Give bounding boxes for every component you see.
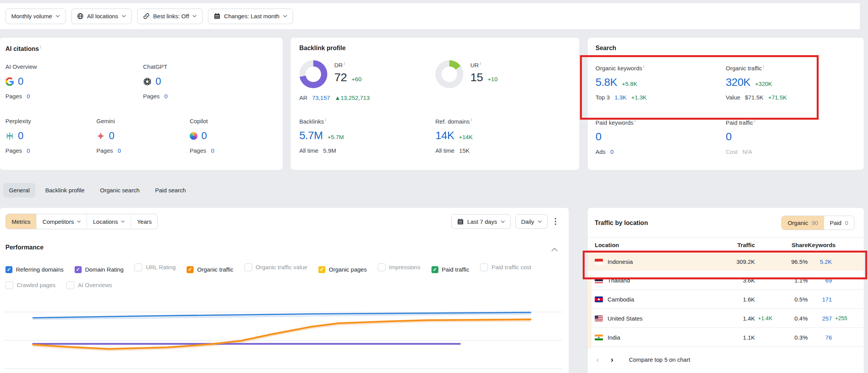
table-row-india[interactable]: India 1.1K 0.3% 76 (588, 328, 864, 347)
pages-link[interactable]: 0 (27, 147, 30, 154)
openai-icon (143, 77, 152, 86)
organic-keywords-value[interactable]: 5.8K (596, 76, 617, 88)
checkbox-referring-domains[interactable]: ✓Referring domains (5, 262, 64, 277)
more-options-kebab-icon[interactable] (552, 216, 559, 227)
perplexity-icon (5, 132, 14, 140)
changes-dropdown[interactable]: Changes: Last month (208, 9, 293, 24)
compare-top5-link[interactable]: Compare top 5 on chart (629, 356, 690, 363)
checkbox-organic-traffic-value[interactable]: Organic traffic value (245, 260, 307, 275)
tab-organic-search[interactable]: Organic search (94, 183, 145, 197)
organic-traffic-block: Organic traffici 320K +320K Value $71.5K… (726, 64, 787, 101)
ads-link[interactable]: 0 (610, 148, 613, 155)
filter-toolbar: Monthly volume All locations Best links:… (0, 3, 860, 29)
next-page-icon[interactable]: › (611, 355, 613, 364)
segment-years[interactable]: Years (131, 214, 157, 229)
collapse-chevron-icon[interactable] (551, 246, 558, 253)
tab-paid-search[interactable]: Paid search (149, 183, 192, 197)
tab-backlink-profile[interactable]: Backlink profile (39, 183, 90, 197)
top3-link[interactable]: 1.3K (615, 94, 627, 101)
keywords-link[interactable]: 76 (808, 334, 832, 341)
checkbox-organic-traffic[interactable]: ✓Organic traffic (187, 262, 233, 277)
seo-dashboard: Monthly volume All locations Best links:… (0, 0, 868, 373)
segment-competitors[interactable]: Competitors (36, 214, 87, 229)
performance-title: Performance (5, 244, 44, 251)
info-icon: i (643, 64, 644, 69)
table-row-united-states[interactable]: United States 1.4K+1.4K 0.4% 257 +255 (588, 309, 864, 328)
ar-value-link[interactable]: 73,157 (312, 94, 330, 101)
panel-traffic-by-location: Traffic by location Organic90 Paid0 Loca… (588, 208, 864, 373)
ai-citations-title: AI citationsi (5, 45, 41, 52)
gemini-count: 0 (109, 130, 114, 142)
toggle-organic[interactable]: Organic90 (782, 216, 824, 230)
previous-page-icon[interactable]: ‹ (596, 355, 599, 364)
ref-domains-value[interactable]: 14K (435, 129, 454, 141)
pages-link[interactable]: 0 (164, 93, 168, 99)
pages-link[interactable]: 0 (27, 93, 30, 99)
keywords-link[interactable]: 171 (808, 296, 832, 303)
globe-icon (77, 13, 84, 19)
keywords-link[interactable]: 257 (808, 315, 832, 322)
chevron-down-icon (122, 15, 126, 17)
ai-item-chatgpt: ChatGPT 0 Pages 0 (143, 63, 168, 99)
ai-item-ai-overview: AI Overview 0 Pages 0 (5, 63, 37, 99)
ai-item-gemini: Gemini 0 Pages 0 (96, 118, 121, 154)
ai-item-copilot: Copilot 0 Pages 0 (190, 118, 214, 154)
segment-metrics[interactable]: Metrics (6, 214, 36, 229)
link-icon (143, 13, 150, 19)
pages-link[interactable]: 0 (211, 147, 214, 154)
toggle-paid[interactable]: Paid0 (824, 216, 854, 230)
chevron-down-icon (538, 220, 542, 223)
ai-overview-count: 0 (18, 75, 23, 87)
copilot-count: 0 (201, 130, 207, 142)
chart-line-referring-domains (33, 312, 531, 318)
best-links-label: Best links: Off (153, 13, 189, 19)
checkbox-impressions[interactable]: Impressions (378, 260, 421, 275)
checkbox-paid-traffic-cost[interactable]: Paid traffic cost (480, 260, 531, 275)
row-highlight-strip (588, 275, 592, 349)
date-controls: Last 7 days Daily (451, 214, 559, 229)
keywords-link[interactable]: 5.2K (808, 258, 832, 265)
dr-delta: +60 (352, 76, 362, 82)
thailand-flag-icon (595, 277, 603, 283)
keywords-link[interactable]: 69 (808, 277, 832, 284)
chatgpt-count: 0 (155, 75, 161, 87)
granularity-dropdown[interactable]: Daily (515, 214, 548, 229)
best-links-dropdown[interactable]: Best links: Off (137, 9, 203, 24)
united-states-flag-icon (595, 315, 603, 321)
backlinks-delta: +5.7M (327, 134, 344, 140)
checkbox-paid-traffic[interactable]: ✓Paid traffic (431, 262, 470, 277)
ai-item-perplexity: Perplexity 0 Pages 0 (5, 118, 31, 154)
panel-performance: Metrics Competitors Locations Years Last… (0, 208, 569, 373)
paid-traffic-value[interactable]: 0 (726, 131, 732, 143)
tab-general[interactable]: General (3, 183, 35, 197)
monthly-volume-label: Monthly volume (11, 13, 52, 19)
locations-label: All locations (87, 13, 118, 19)
google-icon (5, 77, 14, 86)
granularity-label: Daily (521, 218, 534, 225)
chevron-down-icon (283, 15, 287, 17)
paid-keywords-value[interactable]: 0 (596, 131, 601, 143)
checkbox-url-rating[interactable]: URL Rating (134, 260, 176, 275)
segment-locations[interactable]: Locations (87, 214, 131, 229)
info-icon: i (754, 119, 755, 123)
traffic-value-amount: $71.5K (745, 94, 763, 101)
checkbox-domain-rating[interactable]: ✓Domain Rating (75, 262, 124, 277)
dr-value: 72 (334, 71, 347, 84)
info-icon: i (40, 45, 41, 49)
pages-link[interactable]: 0 (118, 147, 121, 154)
monthly-volume-dropdown[interactable]: Monthly volume (5, 9, 66, 24)
date-range-dropdown[interactable]: Last 7 days (451, 214, 511, 229)
locations-dropdown[interactable]: All locations (71, 9, 132, 24)
table-row-thailand[interactable]: Thailand 3.6K 1.1% 69 (588, 271, 864, 290)
organic-traffic-value[interactable]: 320K (726, 76, 750, 88)
chevron-down-icon (501, 220, 505, 223)
table-row-indonesia[interactable]: Indonesia 309.2K 96.5% 5.2K (588, 252, 864, 271)
checkbox-organic-pages[interactable]: ✓Organic pages (318, 262, 367, 277)
cost-value: N/A (742, 148, 752, 155)
backlinks-value[interactable]: 5.7M (299, 129, 323, 141)
table-row-cambodia[interactable]: Cambodia 1.6K 0.5% 171 (588, 290, 864, 309)
panel-ai-citations: AI citationsi AI Overview 0 Pages 0 Chat… (0, 38, 283, 170)
ur-value: 15 (470, 71, 483, 84)
organic-keywords-block: Organic keywordsi 5.8K +5.8K Top 3 1.3K … (596, 64, 647, 101)
chevron-down-icon (77, 220, 81, 223)
